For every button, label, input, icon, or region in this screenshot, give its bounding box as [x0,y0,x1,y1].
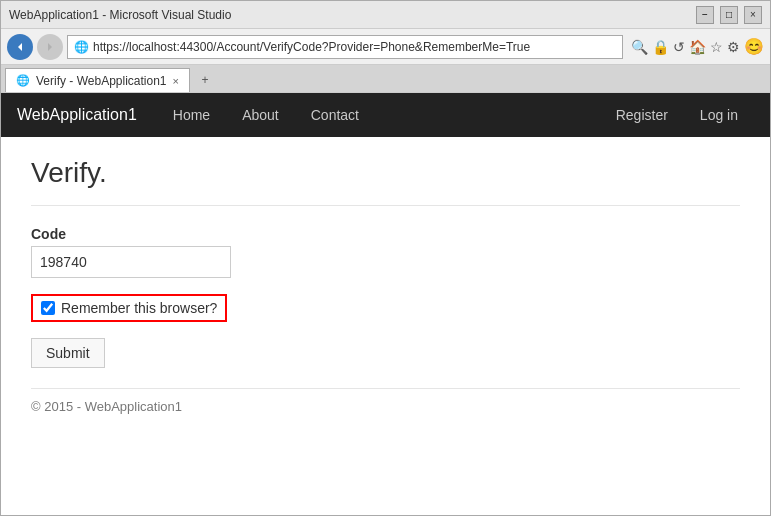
top-divider [31,205,740,206]
code-input[interactable] [31,246,231,278]
lock-icon: 🔒 [652,39,669,55]
minimize-button[interactable]: − [696,6,714,24]
footer-divider [31,388,740,389]
nav-register[interactable]: Register [600,95,684,135]
app-nav-links: Home About Contact [157,95,600,135]
nav-login[interactable]: Log in [684,95,754,135]
favorites-icon[interactable]: ☆ [710,39,723,55]
refresh-icon[interactable]: ↺ [673,39,685,55]
forward-button[interactable] [37,34,63,60]
tab-bar: 🌐 Verify - WebApplication1 × + [1,65,770,93]
app-brand-link[interactable]: WebApplication1 [17,106,137,124]
main-content: Verify. Code Remember this browser? Subm… [1,137,770,515]
tab-title: Verify - WebApplication1 [36,74,167,88]
browser-window: WebApplication1 - Microsoft Visual Studi… [0,0,771,516]
address-bar[interactable]: 🌐 https://localhost:44300/Account/Verify… [67,35,623,59]
svg-marker-0 [18,43,22,51]
home-icon[interactable]: 🏠 [689,39,706,55]
code-label: Code [31,226,740,242]
nav-contact[interactable]: Contact [295,95,375,135]
footer-text: © 2015 - WebApplication1 [31,399,740,414]
maximize-button[interactable]: □ [720,6,738,24]
tab-close-button[interactable]: × [173,75,179,87]
tab-favicon: 🌐 [16,74,30,87]
page-title: Verify. [31,157,740,189]
nav-home[interactable]: Home [157,95,226,135]
remember-browser-checkbox-group[interactable]: Remember this browser? [31,294,227,322]
address-text: https://localhost:44300/Account/VerifyCo… [93,40,616,54]
search-icon[interactable]: 🔍 [631,39,648,55]
window-controls: − □ × [696,6,762,24]
browser-nav-bar: 🌐 https://localhost:44300/Account/Verify… [1,29,770,65]
app-nav-right: Register Log in [600,95,754,135]
nav-icon-group: 🔍 🔒 ↺ 🏠 ☆ ⚙ 😊 [631,37,764,56]
active-tab[interactable]: 🌐 Verify - WebApplication1 × [5,68,190,92]
window-title: WebApplication1 - Microsoft Visual Studi… [9,8,231,22]
submit-button[interactable]: Submit [31,338,105,368]
remember-browser-label: Remember this browser? [61,300,217,316]
new-tab-button[interactable]: + [190,68,220,92]
title-bar: WebApplication1 - Microsoft Visual Studi… [1,1,770,29]
code-field-group: Code [31,226,740,278]
app-navbar: WebApplication1 Home About Contact Regis… [1,93,770,137]
close-button[interactable]: × [744,6,762,24]
page-icon: 🌐 [74,40,89,54]
nav-about[interactable]: About [226,95,295,135]
back-button[interactable] [7,34,33,60]
smiley-icon: 😊 [744,37,764,56]
svg-marker-1 [48,43,52,51]
settings-icon[interactable]: ⚙ [727,39,740,55]
remember-browser-checkbox[interactable] [41,301,55,315]
